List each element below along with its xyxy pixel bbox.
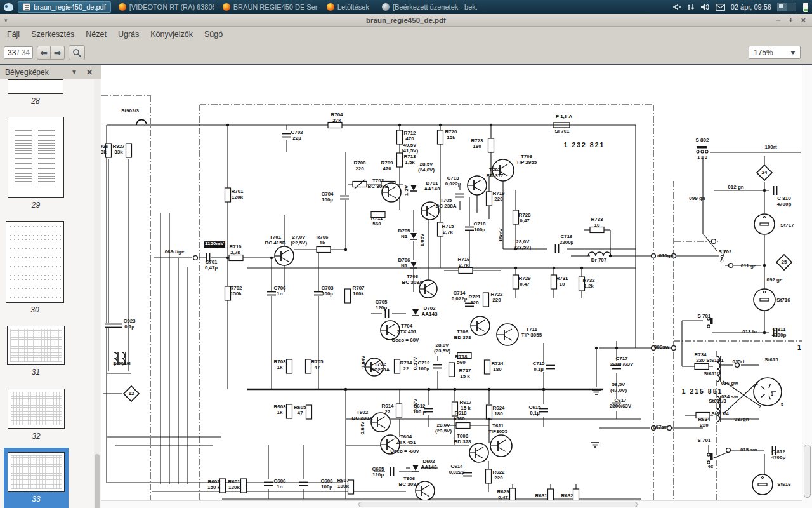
- schematic-label: R721 220: [468, 295, 480, 306]
- schematic-label: 24: [762, 170, 768, 176]
- total-pages: / 34: [17, 48, 32, 57]
- menubar: FájlSzerkesztésNézetUgrásKönyvjelzőkSúgó: [0, 27, 812, 42]
- mail-notification-icon[interactable]: [716, 4, 725, 11]
- taskbar-window-button[interactable]: BRAUN REGIE450 DE Servic...: [218, 1, 319, 13]
- schematic-label: R704 27k: [331, 112, 343, 124]
- schematic-label: C704 100µ: [321, 192, 333, 203]
- workspace-2[interactable]: [787, 3, 796, 11]
- vertical-scrollbar[interactable]: [802, 65, 812, 500]
- network-updown-icon[interactable]: [687, 3, 695, 11]
- schematic-label: D602 AA143: [421, 459, 437, 471]
- firefox-icon: [119, 3, 126, 11]
- power-plug-icon[interactable]: [672, 3, 681, 11]
- vertical-scrollbar-thumb[interactable]: [804, 444, 811, 498]
- menu-könyvjelzők[interactable]: Könyvjelzők: [145, 28, 199, 41]
- firefox-icon: [223, 3, 230, 11]
- taskbar-window-button[interactable]: braun_regie450_de.pdf: [18, 1, 111, 13]
- schematic-label: R705 47: [311, 359, 323, 371]
- menu-ugrás[interactable]: Ugrás: [112, 28, 145, 41]
- schematic-label: C716 2200µ: [560, 234, 573, 246]
- arrow-right-icon: ➡: [54, 48, 62, 57]
- window-titlebar[interactable]: ▾ braun_regie450_de.pdf − + ×: [0, 14, 812, 27]
- schematic-label: T604 ZTX 451: [396, 434, 416, 446]
- schematic-label: R722 220: [490, 292, 502, 304]
- maximize-button[interactable]: +: [789, 15, 794, 26]
- window-buttons: braun_regie450_de.pdf[VIDEOTON RT (RA) 6…: [16, 1, 480, 13]
- schematic-label: 1150mV: [204, 241, 225, 248]
- schematic-label: 099 gn: [689, 196, 705, 202]
- sidebar-scrollbar[interactable]: [94, 79, 100, 508]
- schematic-label: 1 232 821: [564, 142, 605, 149]
- current-page[interactable]: 33: [4, 48, 16, 57]
- schematic-label: R729 0,47: [518, 276, 530, 288]
- taskbar: braun_regie450_de.pdf[VIDEOTON RT (RA) 6…: [0, 0, 812, 14]
- menu-szerkesztés[interactable]: Szerkesztés: [25, 28, 80, 41]
- schematic-label: St615: [764, 358, 778, 363]
- schematic-label: R617 15 k: [459, 400, 471, 411]
- schematic-label: 0,84V: [360, 422, 366, 435]
- menu-fájl[interactable]: Fájl: [1, 28, 25, 41]
- schematic-label: T711 TIP 3055: [521, 327, 542, 338]
- schematic-label: 28,0V (23,5V): [514, 239, 531, 251]
- thumbnail-page-28[interactable]: [8, 79, 63, 94]
- taskbar-window-button[interactable]: Letöltések: [322, 1, 374, 13]
- schematic-label: 15mV: [499, 228, 504, 241]
- search-button[interactable]: [69, 45, 85, 60]
- thumbnail-page-30[interactable]: [6, 221, 64, 303]
- thumbnail-list: 282930313233: [0, 65, 102, 508]
- schematic-label: R634 220: [698, 417, 710, 429]
- sidebar-scrollbar-thumb[interactable]: [95, 454, 100, 508]
- horizontal-scrollbar[interactable]: [102, 500, 802, 508]
- schematic-label: 009sw: [654, 345, 669, 351]
- schematic-label: 1,2V: [404, 185, 410, 196]
- schematic-label: R714 22: [400, 361, 412, 372]
- schematic-label: 1: [797, 344, 802, 352]
- schematic-label: C617 2200/63V: [610, 398, 631, 410]
- schematic-label: R713 1,5k: [403, 154, 416, 166]
- schematic-label: R720 15k: [445, 130, 457, 141]
- thumbnail-page-33[interactable]: [8, 452, 65, 492]
- applications-menu-button[interactable]: [0, 0, 16, 14]
- schematic-label: R703 1k: [273, 359, 285, 371]
- previous-page-button[interactable]: ⬅: [37, 46, 51, 60]
- schematic-label: S 802: [696, 138, 709, 144]
- schematic-label: R603 1k: [273, 404, 285, 416]
- document-canvas[interactable]: St902/3R926 33kR927 33kC702 22µR704 27kR…: [102, 65, 802, 500]
- schematic-label: R601 120k: [228, 479, 240, 491]
- volume-icon[interactable]: [700, 3, 710, 11]
- close-button[interactable]: ×: [801, 15, 806, 26]
- schematic-label: R709 470: [381, 161, 393, 172]
- schematic-labels: St902/3R926 33kR927 33kC702 22µR704 27kR…: [102, 65, 802, 500]
- zoom-dropdown-arrow[interactable]: [786, 46, 800, 58]
- scrollbar-corner: [802, 500, 812, 508]
- notes-plugin-icon[interactable]: [803, 3, 808, 12]
- page-number-input[interactable]: 33 / 34: [4, 46, 33, 59]
- horizontal-scrollbar-thumb[interactable]: [358, 502, 638, 507]
- zoom-level-value: 175%: [749, 48, 773, 57]
- schematic-label: R723 180: [471, 138, 483, 150]
- schematic-label: 4c: [708, 464, 714, 470]
- menu-nézet[interactable]: Nézet: [80, 28, 112, 41]
- taskbar-window-label: Letöltések: [337, 3, 369, 11]
- schematic-label: 28,0V (23,5V): [434, 343, 450, 354]
- menu-súgó[interactable]: Súgó: [199, 28, 228, 41]
- workspace-pager[interactable]: [777, 3, 796, 11]
- taskbar-window-button[interactable]: [Beérkezett üzenetek - bek...: [377, 1, 478, 13]
- schematic-label: R710 2,7k: [229, 244, 241, 256]
- thumbnail-page-29[interactable]: [8, 117, 64, 198]
- schematic-label: S 701: [698, 438, 711, 444]
- schematic-label: C923 0,1µ: [123, 319, 135, 330]
- minimize-button[interactable]: −: [776, 15, 781, 26]
- schematic-label: D705 N1: [398, 229, 410, 240]
- thumbnail-page-31[interactable]: [7, 326, 65, 365]
- zoom-level-select[interactable]: 175%: [749, 46, 801, 59]
- thumbnail-page-32[interactable]: [8, 389, 65, 429]
- schematic-label: Dr 707: [591, 258, 606, 264]
- taskbar-window-button[interactable]: [VIDEOTON RT (RA) 6380S ...: [114, 1, 215, 13]
- next-page-button[interactable]: ➡: [51, 46, 65, 60]
- clock[interactable]: 02 ápr, 09:56: [731, 3, 771, 11]
- schematic-label: C605 120p: [372, 467, 384, 478]
- schematic-label: T608 BD 378: [454, 434, 471, 445]
- workspace-1[interactable]: [778, 3, 787, 11]
- window-menu-icon[interactable]: ▾: [4, 17, 8, 23]
